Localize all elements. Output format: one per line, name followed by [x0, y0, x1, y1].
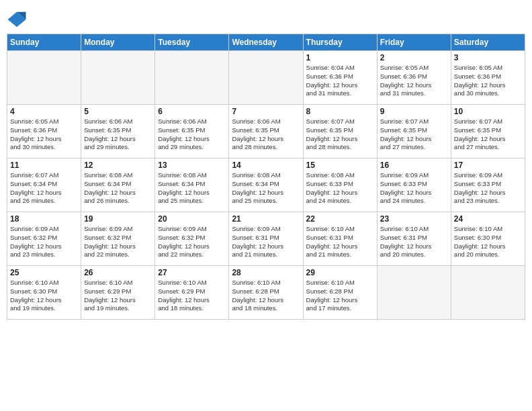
- cell-info: Sunrise: 6:09 AMSunset: 6:31 PMDaylight:…: [232, 225, 300, 259]
- logo-icon: [7, 9, 27, 30]
- day-number: 2: [380, 53, 448, 62]
- cell-info: Sunrise: 6:09 AMSunset: 6:33 PMDaylight:…: [380, 171, 448, 205]
- header-sunday: Sunday: [7, 34, 81, 51]
- calendar-cell: 26Sunrise: 6:10 AMSunset: 6:29 PMDayligh…: [81, 266, 155, 320]
- calendar-cell: 5Sunrise: 6:06 AMSunset: 6:35 PMDaylight…: [81, 105, 155, 158]
- calendar-cell: [229, 51, 303, 105]
- calendar-cell: 14Sunrise: 6:08 AMSunset: 6:34 PMDayligh…: [229, 158, 303, 212]
- day-number: 8: [306, 107, 374, 116]
- day-number: 23: [380, 214, 448, 224]
- header-monday: Monday: [81, 34, 155, 51]
- calendar-cell: 21Sunrise: 6:09 AMSunset: 6:31 PMDayligh…: [229, 212, 303, 266]
- day-number: 17: [454, 161, 522, 170]
- cell-info: Sunrise: 6:06 AMSunset: 6:35 PMDaylight:…: [84, 118, 152, 152]
- calendar-cell: 3Sunrise: 6:05 AMSunset: 6:36 PMDaylight…: [451, 51, 525, 105]
- cell-info: Sunrise: 6:05 AMSunset: 6:36 PMDaylight:…: [10, 118, 78, 152]
- calendar-cell: 20Sunrise: 6:09 AMSunset: 6:32 PMDayligh…: [155, 212, 229, 266]
- calendar-cell: [155, 51, 229, 105]
- cell-info: Sunrise: 6:08 AMSunset: 6:34 PMDaylight:…: [232, 171, 300, 205]
- page-header: [7, 7, 525, 30]
- calendar-table: SundayMondayTuesdayWednesdayThursdayFrid…: [7, 34, 525, 320]
- week-row-0: 1Sunrise: 6:04 AMSunset: 6:36 PMDaylight…: [7, 51, 525, 105]
- day-number: 28: [232, 268, 300, 277]
- day-number: 12: [84, 161, 152, 170]
- calendar-cell: 7Sunrise: 6:06 AMSunset: 6:35 PMDaylight…: [229, 105, 303, 158]
- day-number: 1: [306, 53, 374, 62]
- calendar-cell: [81, 51, 155, 105]
- calendar-cell: 27Sunrise: 6:10 AMSunset: 6:29 PMDayligh…: [155, 266, 229, 320]
- cell-info: Sunrise: 6:07 AMSunset: 6:35 PMDaylight:…: [454, 118, 522, 152]
- header-wednesday: Wednesday: [229, 34, 303, 51]
- cell-info: Sunrise: 6:09 AMSunset: 6:33 PMDaylight:…: [454, 171, 522, 205]
- cell-info: Sunrise: 6:10 AMSunset: 6:31 PMDaylight:…: [306, 225, 374, 259]
- calendar-cell: 24Sunrise: 6:10 AMSunset: 6:30 PMDayligh…: [451, 212, 525, 266]
- cell-info: Sunrise: 6:06 AMSunset: 6:35 PMDaylight:…: [158, 118, 226, 152]
- calendar-cell: 6Sunrise: 6:06 AMSunset: 6:35 PMDaylight…: [155, 105, 229, 158]
- day-number: 11: [10, 161, 78, 170]
- cell-info: Sunrise: 6:08 AMSunset: 6:34 PMDaylight:…: [84, 171, 152, 205]
- week-row-1: 4Sunrise: 6:05 AMSunset: 6:36 PMDaylight…: [7, 105, 525, 158]
- day-number: 19: [84, 214, 152, 224]
- calendar-cell: 29Sunrise: 6:10 AMSunset: 6:28 PMDayligh…: [303, 266, 377, 320]
- day-number: 6: [158, 107, 226, 116]
- cell-info: Sunrise: 6:10 AMSunset: 6:30 PMDaylight:…: [10, 279, 78, 313]
- cell-info: Sunrise: 6:07 AMSunset: 6:35 PMDaylight:…: [380, 118, 448, 152]
- calendar-cell: 23Sunrise: 6:10 AMSunset: 6:31 PMDayligh…: [377, 212, 451, 266]
- calendar-cell: 10Sunrise: 6:07 AMSunset: 6:35 PMDayligh…: [451, 105, 525, 158]
- calendar-cell: 15Sunrise: 6:08 AMSunset: 6:33 PMDayligh…: [303, 158, 377, 212]
- day-number: 7: [232, 107, 300, 116]
- header-row: SundayMondayTuesdayWednesdayThursdayFrid…: [7, 34, 525, 51]
- calendar-cell: 2Sunrise: 6:05 AMSunset: 6:36 PMDaylight…: [377, 51, 451, 105]
- cell-info: Sunrise: 6:09 AMSunset: 6:32 PMDaylight:…: [10, 225, 78, 259]
- header-tuesday: Tuesday: [155, 34, 229, 51]
- day-number: 13: [158, 161, 226, 170]
- calendar-cell: 22Sunrise: 6:10 AMSunset: 6:31 PMDayligh…: [303, 212, 377, 266]
- calendar-cell: 18Sunrise: 6:09 AMSunset: 6:32 PMDayligh…: [7, 212, 81, 266]
- day-number: 3: [454, 53, 522, 62]
- calendar-cell: 25Sunrise: 6:10 AMSunset: 6:30 PMDayligh…: [7, 266, 81, 320]
- week-row-4: 25Sunrise: 6:10 AMSunset: 6:30 PMDayligh…: [7, 266, 525, 320]
- cell-info: Sunrise: 6:10 AMSunset: 6:28 PMDaylight:…: [232, 279, 300, 313]
- cell-info: Sunrise: 6:09 AMSunset: 6:32 PMDaylight:…: [158, 225, 226, 259]
- calendar-cell: 9Sunrise: 6:07 AMSunset: 6:35 PMDaylight…: [377, 105, 451, 158]
- cell-info: Sunrise: 6:04 AMSunset: 6:36 PMDaylight:…: [306, 64, 374, 98]
- day-number: 24: [454, 214, 522, 224]
- cell-info: Sunrise: 6:08 AMSunset: 6:34 PMDaylight:…: [158, 171, 226, 205]
- cell-info: Sunrise: 6:10 AMSunset: 6:28 PMDaylight:…: [306, 279, 374, 313]
- cell-info: Sunrise: 6:06 AMSunset: 6:35 PMDaylight:…: [232, 118, 300, 152]
- day-number: 22: [306, 214, 374, 224]
- day-number: 21: [232, 214, 300, 224]
- calendar-cell: 13Sunrise: 6:08 AMSunset: 6:34 PMDayligh…: [155, 158, 229, 212]
- cell-info: Sunrise: 6:07 AMSunset: 6:35 PMDaylight:…: [306, 118, 374, 152]
- day-number: 18: [10, 214, 78, 224]
- day-number: 27: [158, 268, 226, 277]
- calendar-cell: 19Sunrise: 6:09 AMSunset: 6:32 PMDayligh…: [81, 212, 155, 266]
- logo: [7, 9, 30, 30]
- day-number: 10: [454, 107, 522, 116]
- day-number: 14: [232, 161, 300, 170]
- cell-info: Sunrise: 6:05 AMSunset: 6:36 PMDaylight:…: [380, 64, 448, 98]
- day-number: 5: [84, 107, 152, 116]
- cell-info: Sunrise: 6:08 AMSunset: 6:33 PMDaylight:…: [306, 171, 374, 205]
- header-friday: Friday: [377, 34, 451, 51]
- calendar-cell: 1Sunrise: 6:04 AMSunset: 6:36 PMDaylight…: [303, 51, 377, 105]
- day-number: 20: [158, 214, 226, 224]
- day-number: 16: [380, 161, 448, 170]
- day-number: 9: [380, 107, 448, 116]
- cell-info: Sunrise: 6:10 AMSunset: 6:29 PMDaylight:…: [158, 279, 226, 313]
- week-row-2: 11Sunrise: 6:07 AMSunset: 6:34 PMDayligh…: [7, 158, 525, 212]
- calendar-cell: [7, 51, 81, 105]
- day-number: 15: [306, 161, 374, 170]
- header-saturday: Saturday: [451, 34, 525, 51]
- calendar-cell: 17Sunrise: 6:09 AMSunset: 6:33 PMDayligh…: [451, 158, 525, 212]
- day-number: 4: [10, 107, 78, 116]
- day-number: 29: [306, 268, 374, 277]
- calendar-cell: 4Sunrise: 6:05 AMSunset: 6:36 PMDaylight…: [7, 105, 81, 158]
- calendar-cell: 28Sunrise: 6:10 AMSunset: 6:28 PMDayligh…: [229, 266, 303, 320]
- header-thursday: Thursday: [303, 34, 377, 51]
- day-number: 25: [10, 268, 78, 277]
- cell-info: Sunrise: 6:05 AMSunset: 6:36 PMDaylight:…: [454, 64, 522, 98]
- cell-info: Sunrise: 6:10 AMSunset: 6:30 PMDaylight:…: [454, 225, 522, 259]
- cell-info: Sunrise: 6:07 AMSunset: 6:34 PMDaylight:…: [10, 171, 78, 205]
- calendar-cell: [377, 266, 451, 320]
